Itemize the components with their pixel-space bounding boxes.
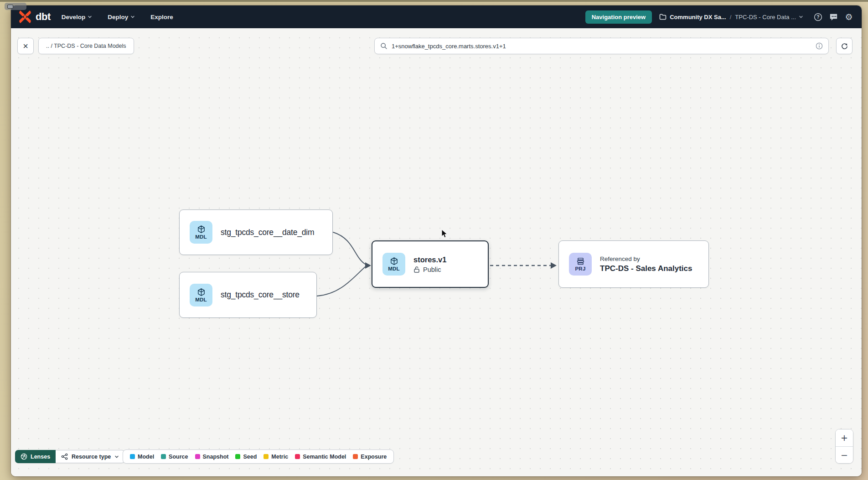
chevron-down-icon — [114, 454, 119, 459]
lenses-label: Lenses — [31, 454, 50, 460]
edge-store-to-stores — [317, 267, 365, 296]
window-icon — [7, 5, 13, 9]
node-tpcds-sales-analytics[interactable]: PRJ Referenced by TPC-DS - Sales Analyti… — [558, 240, 709, 288]
close-lineage-button[interactable]: × — [17, 38, 34, 54]
resource-type-icon — [61, 453, 68, 460]
mouse-cursor — [441, 229, 449, 239]
dbt-logo-icon — [18, 10, 32, 24]
node-stg-tpcds-core-store[interactable]: MDL stg_tpcds_core__store — [179, 272, 317, 318]
chevron-down-icon — [88, 15, 92, 19]
zoom-in-button[interactable]: + — [836, 429, 853, 446]
cube-icon — [197, 225, 206, 234]
node-stores-v1[interactable]: MDL stores.v1 Public — [372, 240, 489, 288]
node-title: stores.v1 — [413, 255, 446, 264]
project-badge: PRJ — [569, 253, 592, 276]
unlock-icon — [413, 266, 420, 273]
node-label: stg_tpcds_core__store — [221, 290, 300, 300]
menu-develop-label: Develop — [62, 14, 86, 20]
info-icon[interactable] — [816, 42, 823, 50]
lens-icon — [21, 453, 27, 460]
model-badge: MDL — [190, 284, 212, 306]
legend-swatch — [353, 454, 358, 459]
folder-icon — [659, 14, 666, 20]
referenced-by-label: Referenced by — [600, 255, 692, 262]
search-input[interactable] — [392, 43, 816, 50]
menu-explore[interactable]: Explore — [150, 14, 173, 20]
chevron-down-icon — [799, 15, 803, 19]
legend-swatch — [195, 454, 200, 459]
chevron-down-icon — [130, 15, 135, 19]
access-label: Public — [423, 266, 441, 273]
dbt-logo-text: dbt — [36, 11, 51, 23]
refresh-icon — [841, 42, 848, 50]
menu-deploy-label: Deploy — [108, 14, 128, 20]
legend-model: Model — [130, 454, 154, 460]
main-menu: Develop Deploy Explore — [62, 14, 173, 20]
badge-label: MDL — [195, 234, 207, 240]
legend-seed: Seed — [235, 454, 257, 460]
dbt-logo[interactable]: dbt — [18, 10, 51, 24]
menu-develop[interactable]: Develop — [62, 14, 93, 20]
legend-swatch — [161, 454, 166, 459]
legend-swatch — [295, 454, 300, 459]
arrowhead — [365, 262, 371, 269]
cube-icon — [390, 257, 398, 266]
zoom-controls: + − — [835, 429, 853, 464]
cube-icon — [197, 288, 206, 296]
project-crumb[interactable]: TPC-DS - Core Data ... — [735, 14, 803, 20]
resource-type-button[interactable]: Resource type — [56, 450, 125, 463]
feedback-icon[interactable] — [829, 12, 838, 21]
legend-metric: Metric — [264, 454, 288, 460]
legend-swatch — [264, 454, 269, 459]
resource-legend: Model Source Snapshot Seed Metric Semant… — [123, 449, 394, 464]
gear-icon[interactable]: ⚙ — [844, 12, 853, 21]
search-icon — [380, 42, 388, 50]
screenshot-tab-artifact — [5, 3, 26, 10]
project-name: TPC-DS - Core Data ... — [735, 14, 796, 20]
node-stg-tpcds-core-date-dim[interactable]: MDL stg_tpcds_core__date_dim — [179, 209, 333, 255]
legend-swatch — [235, 454, 240, 459]
lineage-search — [374, 38, 829, 54]
legend-swatch — [130, 454, 135, 459]
help-icon[interactable]: ? — [813, 12, 822, 21]
menu-deploy[interactable]: Deploy — [108, 14, 135, 20]
model-badge: MDL — [190, 221, 212, 244]
badge-label: MDL — [195, 297, 207, 302]
zoom-out-button[interactable]: − — [836, 447, 853, 464]
account-crumb[interactable]: Community DX Sa... — [659, 14, 726, 20]
badge-label: MDL — [388, 266, 400, 271]
project-title: TPC-DS - Sales Analytics — [600, 264, 692, 273]
badge-label: PRJ — [575, 266, 586, 271]
lenses-button[interactable]: Lenses — [15, 450, 56, 463]
lineage-canvas[interactable]: × .. / TPC-DS - Core Data Models — [11, 28, 862, 476]
account-name: Community DX Sa... — [670, 14, 726, 20]
node-access-row: Public — [413, 266, 446, 273]
legend-source: Source — [161, 454, 188, 460]
arrowhead — [551, 262, 557, 269]
navbar-icon-group: ? ⚙ — [813, 12, 853, 21]
canvas-controls: Lenses Resource type — [15, 450, 125, 463]
top-navbar: dbt Develop Deploy Explore Navigation pr… — [11, 5, 862, 28]
svg-text:?: ? — [816, 15, 819, 20]
menu-explore-label: Explore — [150, 14, 173, 20]
navigation-preview-badge[interactable]: Navigation preview — [585, 10, 652, 24]
breadcrumb-separator: / — [730, 14, 732, 20]
project-breadcrumb: Community DX Sa... / TPC-DS - Core Data … — [659, 14, 803, 20]
lineage-breadcrumb[interactable]: .. / TPC-DS - Core Data Models — [38, 38, 134, 54]
resource-type-label: Resource type — [72, 454, 111, 460]
legend-semantic-model: Semantic Model — [295, 454, 346, 460]
archive-icon — [576, 257, 585, 266]
navbar-right: Navigation preview Community DX Sa... / … — [585, 10, 853, 24]
model-badge: MDL — [382, 253, 405, 276]
legend-snapshot: Snapshot — [195, 454, 229, 460]
refresh-button[interactable] — [836, 38, 852, 54]
node-label: stg_tpcds_core__date_dim — [221, 228, 314, 237]
app-window: dbt Develop Deploy Explore Navigation pr… — [11, 5, 862, 476]
edge-date-dim-to-stores — [333, 232, 365, 264]
legend-exposure: Exposure — [353, 454, 387, 460]
